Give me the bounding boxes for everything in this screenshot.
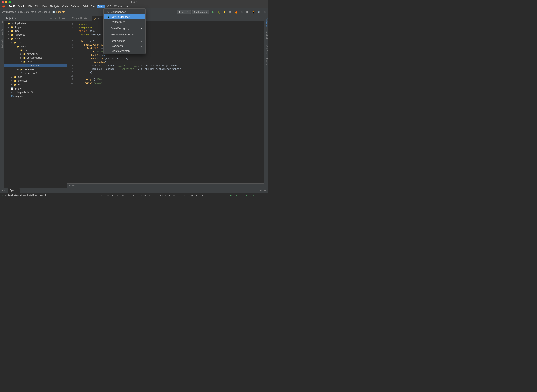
menu-vcs[interactable]: VCS xyxy=(105,5,113,8)
menu-item-markdown[interactable]: Markdown ▶ xyxy=(104,43,145,48)
menu-build[interactable]: Build xyxy=(81,5,89,8)
tree-item-hvigor[interactable]: ▶ 📁 .hvigor xyxy=(4,25,67,29)
entry-button[interactable]: ▶ entry ▼ xyxy=(177,10,191,14)
editor-area: ⬡ EntryAbility.ets ✕ ⬡ Index.ets ✕ ✓ 123… xyxy=(67,16,264,187)
menu-item-partner-sdk-label: Partner SDK xyxy=(111,20,125,23)
tree-item-idea[interactable]: ▶ 📁 .idea xyxy=(4,29,67,33)
tree-item-entry[interactable]: ▼ 📁 entry xyxy=(4,37,67,41)
menu-item-view-debugging[interactable]: View Debugging ▶ xyxy=(104,26,145,31)
build-item-ohpm[interactable]: ✓ MyApplication [Ohpm Install]: successf… xyxy=(0,194,86,196)
folder-icon-pages: 📁 xyxy=(23,60,26,63)
tree-item-mock[interactable]: ▶ 📁 mock xyxy=(4,75,67,79)
sync-tab-close[interactable]: ✕ xyxy=(16,190,18,191)
tab-entryability-close[interactable]: ✕ xyxy=(88,17,90,19)
close-button[interactable] xyxy=(1,1,4,3)
menu-tools[interactable]: Tools xyxy=(97,5,105,8)
code-gutter xyxy=(74,21,77,183)
folder-icon-ets: 📁 xyxy=(20,49,23,52)
tree-item-buildprofile[interactable]: ⚙ build-profile.json5 xyxy=(4,90,67,94)
window-title: [entry] xyxy=(131,1,137,3)
editor-footer: Index › xyxy=(67,183,264,187)
reload-button[interactable]: ↺ xyxy=(228,10,233,14)
menu-help[interactable]: Help xyxy=(124,5,132,8)
menu-app-name[interactable]: DevEco Studio xyxy=(7,5,27,8)
device-manager-icon: 📱 xyxy=(107,15,110,19)
project-panel-header: Project ▼ ⊕ ≡ ⚙ — xyxy=(4,16,67,21)
sidebar-bookmarks-label[interactable]: Bookmarks xyxy=(0,37,4,50)
menu-navigate[interactable]: Navigate xyxy=(49,5,61,8)
tree-item-resources[interactable]: ▶ 📁 resources xyxy=(4,67,67,71)
panel-dropdown-icon[interactable]: ▼ xyxy=(14,17,16,19)
menu-code[interactable]: Code xyxy=(61,5,69,8)
breadcrumb-pages: pages xyxy=(43,11,50,14)
editor-tabs: ⬡ EntryAbility.ets ✕ ⬡ Index.ets ✕ ✓ xyxy=(67,16,264,21)
title-bar: [entry] xyxy=(0,0,269,4)
bottom-panel-settings: ⚙ — xyxy=(259,189,267,192)
settings-toolbar-btn[interactable]: ⚙ xyxy=(262,10,267,14)
no-devices-button[interactable]: No Devices ▼ xyxy=(192,10,210,14)
sidebar-codegenie[interactable]: CodeGenie xyxy=(265,44,268,57)
menu-separator-3 xyxy=(104,37,145,38)
tree-item-index-ets[interactable]: ⬡ Index.ets xyxy=(4,64,67,67)
stop-button[interactable]: ◼ xyxy=(245,10,250,14)
menu-item-app-analyzer[interactable]: ⬡ AppAnalyzer xyxy=(104,9,145,14)
menu-item-xml-actions[interactable]: XML Actions ▶ xyxy=(104,38,145,43)
build-console[interactable]: /Applications/DevEco-Studio.app/Contents… xyxy=(86,193,269,196)
build-tab-label: Build: xyxy=(1,189,7,191)
profile-button[interactable]: ⚡ xyxy=(222,10,227,14)
run-button[interactable]: ▶ xyxy=(211,10,215,14)
no-devices-label: No Devices xyxy=(194,11,205,13)
menu-refactor[interactable]: Refactor xyxy=(69,5,81,8)
menu-edit[interactable]: Edit xyxy=(33,5,41,8)
markdown-arrow: ▶ xyxy=(141,45,142,47)
tree-item-modulejson[interactable]: ⚙ module.json5 xyxy=(4,71,67,75)
tab-entryability[interactable]: ⬡ EntryAbility.ets ✕ xyxy=(67,16,92,21)
menu-run[interactable]: Run xyxy=(89,5,97,8)
tree-item-entryability[interactable]: ▶ 📁 entryability xyxy=(4,52,67,56)
menu-item-device-manager[interactable]: 📱 Device Manager xyxy=(104,14,145,19)
menu-item-migrate-assistant[interactable]: Migrate Assistant xyxy=(104,48,145,53)
bottom-close-icon[interactable]: — xyxy=(264,189,267,192)
debug-button[interactable]: 🐛 xyxy=(216,10,221,14)
tree-item-entrybackup[interactable]: ▶ 📁 entrybackupabilit xyxy=(4,56,67,60)
tree-item-myapplication[interactable]: ▼ 📁 MyApplication xyxy=(4,21,67,25)
sidebar-notifications[interactable]: Notifications xyxy=(265,16,268,30)
sidebar-previewer[interactable]: Previewer xyxy=(265,57,268,68)
bottom-settings-icon[interactable]: ⚙ xyxy=(259,189,263,192)
sidebar-project-label[interactable]: Project xyxy=(0,16,4,25)
tab-index-icon: ⬡ xyxy=(94,17,96,20)
json-icon-buildprofile: ⚙ xyxy=(11,91,14,94)
tree-item-hvigorfile[interactable]: TS hvigorfile.ts xyxy=(4,94,67,98)
menu-item-view-debugging-label: View Debugging xyxy=(111,27,129,30)
minimize-button[interactable] xyxy=(5,1,7,3)
tree-item-ets[interactable]: ▼ 📁 ets xyxy=(4,48,67,52)
sidebar-appanalyzer[interactable]: AppAnalyzer xyxy=(265,30,268,44)
sidebar-structure-label[interactable]: Structure xyxy=(0,26,4,37)
right-sidebar: Notifications AppAnalyzer CodeGenie Prev… xyxy=(264,16,269,187)
hot-reload-button[interactable]: 🔥 xyxy=(234,10,238,14)
menu-item-partner-sdk[interactable]: Partner SDK xyxy=(104,19,145,24)
panel-close-icon[interactable]: — xyxy=(62,17,65,20)
tree-item-pages[interactable]: ▼ 📁 pages xyxy=(4,60,67,64)
ts-icon-hvigorfile: TS xyxy=(11,95,14,98)
panel-locate-icon[interactable]: ⊕ xyxy=(49,17,53,20)
tree-item-ohostest[interactable]: ▶ 📁 ohosTest xyxy=(4,79,67,83)
maximize-button[interactable] xyxy=(9,1,11,3)
panel-settings-icon[interactable]: ⚙ xyxy=(58,17,61,20)
panel-collapse-icon[interactable]: ≡ xyxy=(53,17,57,20)
tree-item-main[interactable]: ▼ 📁 main xyxy=(4,44,67,48)
menu-window[interactable]: Window xyxy=(113,5,124,8)
tree-item-gitignore[interactable]: 📄 .gitignore xyxy=(4,87,67,90)
search-toolbar-btn[interactable]: 🔍 xyxy=(257,10,261,14)
menu-file[interactable]: File xyxy=(27,5,33,8)
tree-item-test[interactable]: ▶ 📁 test xyxy=(4,83,67,87)
tree-item-src[interactable]: ▼ 📁 src xyxy=(4,41,67,44)
menu-item-generate-arkts[interactable]: Generate ArkTSDoc... xyxy=(104,32,145,37)
menu-item-migrate-assistant-label: Migrate Assistant xyxy=(111,49,130,52)
bottom-tab-sync[interactable]: Sync ✕ xyxy=(8,188,20,193)
device-manager-toolbar-btn[interactable]: 📱 xyxy=(251,10,256,14)
menu-view[interactable]: View xyxy=(41,5,49,8)
build-hap-button[interactable]: ⚙ xyxy=(239,10,244,14)
tree-item-appscope[interactable]: ▶ 📁 AppScope xyxy=(4,33,67,37)
apple-menu[interactable]: 🍎 xyxy=(1,5,7,8)
